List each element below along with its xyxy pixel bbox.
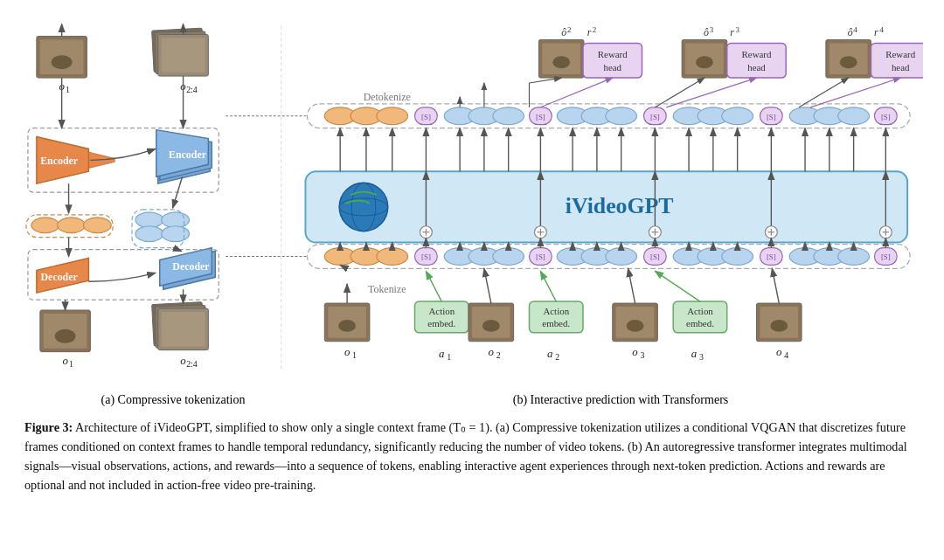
svg-point-32	[162, 226, 190, 242]
svg-line-257	[426, 271, 441, 301]
svg-text:Tokenize: Tokenize	[368, 283, 406, 295]
svg-text:[S]: [S]	[650, 113, 660, 121]
svg-line-261	[655, 271, 700, 301]
svg-text:Encoder: Encoder	[40, 155, 79, 167]
svg-text:1: 1	[66, 85, 70, 94]
svg-point-104	[493, 107, 524, 125]
svg-text:iVideoGPT: iVideoGPT	[566, 193, 674, 218]
svg-text:4: 4	[784, 350, 788, 360]
svg-point-114	[722, 107, 753, 125]
svg-text:[S]: [S]	[881, 113, 891, 121]
svg-text:1: 1	[352, 350, 357, 360]
svg-point-241	[627, 320, 644, 332]
caption-row: (a) Compressive tokenization (b) Interac…	[21, 393, 923, 407]
svg-text:3: 3	[641, 350, 645, 360]
svg-point-31	[135, 226, 163, 242]
svg-point-221	[338, 320, 356, 332]
figure-caption: Figure 3: Architecture of iVideoGPT, sim…	[21, 418, 923, 494]
svg-text:Reward: Reward	[598, 49, 628, 59]
svg-text:Detokenize: Detokenize	[364, 91, 411, 103]
svg-text:a: a	[439, 348, 444, 360]
svg-point-109	[606, 107, 637, 125]
svg-text:Action: Action	[687, 306, 713, 316]
svg-point-159	[493, 248, 524, 266]
svg-text:a: a	[691, 348, 697, 360]
svg-text:o: o	[776, 346, 782, 358]
svg-text:ô: ô	[561, 26, 566, 38]
svg-text:3: 3	[710, 25, 714, 34]
svg-text:ô: ô	[704, 26, 709, 38]
svg-text:4: 4	[853, 25, 857, 34]
svg-line-260	[628, 268, 635, 303]
svg-line-126	[540, 78, 612, 107]
svg-text:[S]: [S]	[536, 252, 545, 261]
svg-point-61	[339, 183, 388, 232]
svg-text:Encoder: Encoder	[169, 149, 207, 161]
svg-text:2:4: 2:4	[186, 359, 198, 369]
svg-text:2: 2	[567, 25, 571, 34]
svg-text:o: o	[344, 346, 351, 358]
svg-line-258	[484, 268, 491, 303]
svg-point-47	[55, 329, 76, 343]
svg-point-28	[83, 218, 111, 233]
svg-line-259	[540, 271, 556, 301]
svg-text:1: 1	[447, 352, 451, 362]
svg-text:r: r	[730, 26, 734, 38]
svg-text:embed.: embed.	[686, 318, 714, 328]
svg-text:ô: ô	[848, 26, 853, 38]
diagram-svg: o 1 o 2:4 Encoder Encoder	[21, 16, 923, 383]
svg-point-6	[52, 55, 73, 69]
svg-text:Reward: Reward	[742, 49, 772, 59]
svg-line-125	[529, 78, 561, 83]
svg-text:head: head	[892, 62, 910, 73]
svg-text:2: 2	[593, 25, 596, 34]
svg-text:a: a	[547, 348, 552, 360]
svg-text:Decoder: Decoder	[172, 260, 210, 273]
svg-point-91	[840, 56, 857, 68]
svg-point-231	[482, 320, 500, 332]
svg-text:head: head	[603, 62, 621, 73]
main-container: o 1 o 2:4 Encoder Encoder	[0, 0, 944, 508]
svg-text:[S]: [S]	[536, 113, 545, 121]
svg-point-26	[31, 218, 59, 233]
svg-text:o: o	[62, 355, 68, 367]
svg-text:2: 2	[555, 352, 559, 362]
svg-text:[S]: [S]	[650, 252, 660, 261]
svg-line-262	[772, 268, 779, 303]
svg-text:r: r	[587, 26, 592, 38]
svg-text:1: 1	[69, 359, 73, 369]
svg-text:embed.: embed.	[542, 318, 570, 328]
svg-point-164	[606, 248, 637, 266]
svg-text:[S]: [S]	[767, 252, 776, 261]
svg-point-71	[552, 56, 570, 68]
svg-text:3: 3	[735, 25, 739, 34]
svg-text:head: head	[747, 62, 766, 73]
svg-text:Reward: Reward	[885, 49, 915, 59]
svg-point-81	[696, 56, 713, 68]
svg-text:4: 4	[879, 25, 884, 34]
svg-text:2: 2	[496, 350, 501, 360]
svg-text:o: o	[489, 346, 495, 358]
svg-text:3: 3	[699, 352, 704, 362]
svg-text:[S]: [S]	[421, 113, 431, 121]
svg-rect-53	[162, 312, 205, 347]
caption-b: (b) Interactive prediction with Transfor…	[322, 393, 920, 407]
svg-point-119	[838, 107, 870, 125]
svg-rect-12	[162, 38, 205, 73]
figure-label: Figure 3:	[24, 420, 73, 434]
svg-text:Action: Action	[543, 306, 569, 316]
svg-text:Decoder: Decoder	[41, 271, 79, 283]
svg-text:r: r	[874, 26, 878, 38]
svg-text:[S]: [S]	[881, 252, 891, 261]
svg-point-30	[162, 212, 190, 228]
svg-line-36	[173, 176, 183, 208]
svg-text:2:4: 2:4	[186, 85, 198, 94]
svg-text:[S]: [S]	[421, 252, 431, 261]
svg-point-169	[722, 248, 753, 266]
svg-point-99	[377, 107, 408, 125]
svg-point-29	[135, 212, 163, 228]
svg-text:embed.: embed.	[427, 318, 455, 328]
caption-a: (a) Compressive tokenization	[24, 393, 322, 407]
svg-text:Action: Action	[428, 306, 455, 316]
svg-point-251	[770, 320, 788, 332]
